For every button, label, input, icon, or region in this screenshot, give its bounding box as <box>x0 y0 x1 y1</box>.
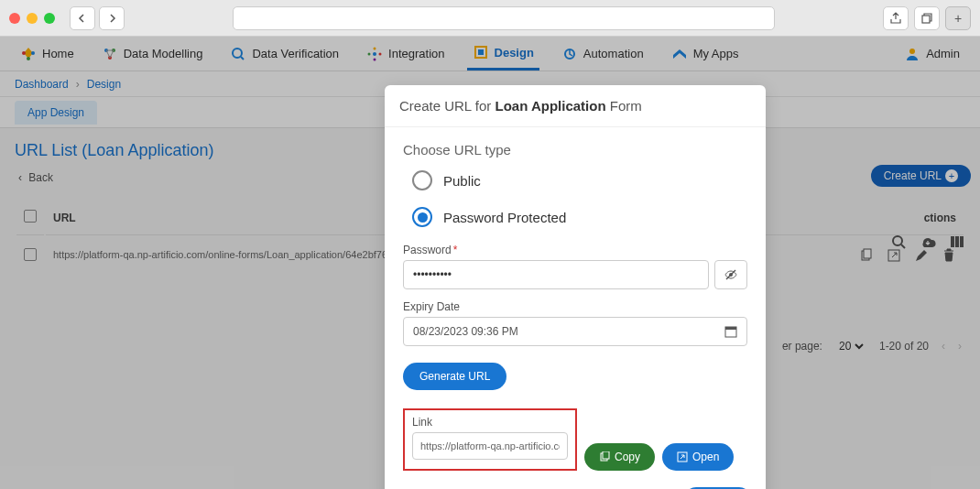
browser-back-button[interactable] <box>70 6 95 30</box>
link-highlight-box: Link <box>403 408 577 471</box>
expiry-label: Expiry Date <box>403 300 747 313</box>
window-close[interactable] <box>9 13 20 24</box>
password-label: Password* <box>403 244 747 256</box>
modal-title: Create URL for Loan Application Form <box>385 85 766 127</box>
external-link-icon <box>677 451 688 462</box>
tabs-icon[interactable] <box>914 6 940 30</box>
copy-icon <box>599 451 610 462</box>
new-tab-icon[interactable]: + <box>945 6 971 30</box>
calendar-icon <box>724 325 737 338</box>
copy-button[interactable]: Copy <box>584 443 655 471</box>
svg-rect-0 <box>922 16 930 23</box>
browser-forward-button[interactable] <box>99 6 125 30</box>
password-input[interactable] <box>403 260 709 289</box>
toggle-password-visibility[interactable] <box>714 260 747 289</box>
svg-rect-29 <box>603 451 609 459</box>
radio-public[interactable]: Public <box>412 170 747 190</box>
browser-url-bar[interactable] <box>233 6 775 30</box>
window-maximize[interactable] <box>44 13 55 24</box>
radio-selected-icon <box>412 207 432 227</box>
choose-url-type-label: Choose URL type <box>403 142 747 158</box>
svg-rect-27 <box>725 327 736 330</box>
window-minimize[interactable] <box>27 13 38 24</box>
generate-url-button[interactable]: Generate URL <box>403 363 506 390</box>
link-label: Link <box>412 416 568 429</box>
expiry-input[interactable]: 08/23/2023 09:36 PM <box>403 317 747 346</box>
share-icon[interactable] <box>883 6 909 30</box>
open-button[interactable]: Open <box>662 443 734 471</box>
radio-icon <box>412 170 432 190</box>
link-input[interactable] <box>412 432 568 460</box>
create-url-modal: Create URL for Loan Application Form Cho… <box>385 85 766 489</box>
radio-password-protected[interactable]: Password Protected <box>412 207 747 227</box>
